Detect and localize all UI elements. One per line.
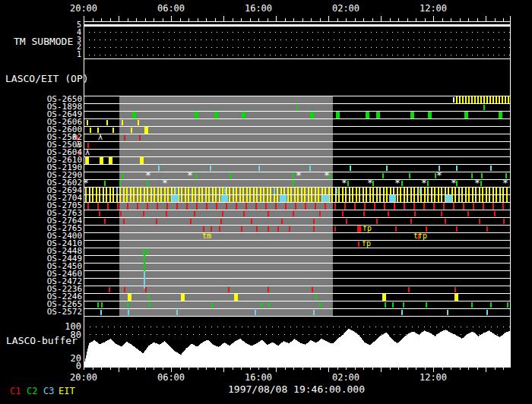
comb-mark (290, 188, 292, 194)
axis-right (510, 16, 511, 367)
comb-mark (246, 195, 248, 202)
asterisk-mark: * (474, 177, 480, 188)
bottom-hour-tick (93, 367, 93, 370)
comb-mark (137, 195, 138, 202)
comb-mark (410, 195, 412, 202)
comb-mark (208, 195, 210, 202)
tick-mark (296, 105, 298, 110)
bottom-hour-tick (451, 367, 451, 370)
row-separator-line (84, 278, 511, 279)
comb-mark (150, 188, 152, 194)
tick-mark (268, 226, 269, 232)
comb-mark (150, 195, 152, 202)
comb-mark (331, 195, 333, 202)
comb-mark (277, 195, 278, 202)
top-hour-tick (302, 18, 303, 21)
comb-mark (318, 188, 319, 194)
comb-mark (434, 188, 435, 194)
row-separator-line (84, 103, 511, 104)
comb-mark (482, 188, 483, 194)
tick-mark (251, 219, 252, 224)
comb-mark (160, 188, 162, 194)
comb-mark (304, 195, 306, 202)
comb-mark (140, 188, 141, 194)
tick-mark (494, 211, 496, 216)
comb-mark (147, 203, 148, 210)
tick-mark (346, 219, 347, 224)
tm-level-label: 5 (0, 21, 81, 29)
comb-mark (376, 195, 378, 202)
top-hour-tick (425, 18, 426, 21)
top-hour-tick (407, 18, 408, 21)
tick-mark (427, 181, 429, 186)
comb-mark (267, 195, 268, 202)
comb-mark (499, 195, 501, 202)
comb-mark (410, 188, 412, 194)
comb-mark (92, 188, 93, 194)
bottom-hour-tick (206, 367, 207, 370)
tick-mark (256, 226, 258, 232)
comb-mark (109, 195, 111, 202)
tick-mark (211, 226, 212, 232)
tick-mark (313, 310, 315, 315)
bottom-hour-tick (416, 367, 416, 370)
comb-mark (321, 188, 323, 194)
comb-mark (404, 195, 405, 202)
time-label-top: 16:00 (245, 4, 272, 13)
bottom-hour-tick (355, 367, 356, 370)
comb-mark (164, 188, 166, 194)
comb-mark (413, 203, 415, 210)
comb-mark (453, 203, 454, 210)
time-label-top: 02:00 (332, 4, 359, 13)
bottom-hour-tick (293, 367, 294, 370)
tick-mark (128, 310, 129, 315)
comb-mark (404, 203, 405, 210)
comb-mark (465, 188, 467, 194)
comb-mark (349, 188, 350, 194)
asterisk-mark: * (394, 177, 401, 188)
annotation-text: λ (85, 148, 90, 156)
comb-mark (216, 203, 217, 210)
comb-mark (206, 203, 207, 210)
tick-mark (358, 241, 359, 247)
comb-mark (311, 188, 312, 194)
comb-mark (249, 195, 251, 202)
comb-mark (318, 195, 319, 202)
comb-mark (154, 188, 155, 194)
tick-mark (347, 181, 349, 186)
long-vertical-mark (144, 271, 145, 289)
comb-mark (85, 195, 87, 202)
bottom-hour-tick (145, 367, 146, 370)
row-separator-line (84, 263, 511, 264)
tick-mark (119, 181, 121, 186)
top-hour-tick (198, 18, 198, 21)
top-hour-tick (486, 16, 486, 21)
comb-mark (468, 96, 470, 103)
comb-mark (338, 195, 340, 202)
tick-mark (480, 181, 482, 186)
comb-mark (496, 96, 497, 103)
tick-mark (122, 173, 123, 178)
comb-mark (463, 203, 464, 210)
comb-mark (506, 188, 508, 194)
comb-mark (198, 188, 200, 194)
comb-mark (103, 195, 104, 202)
comb-mark (99, 195, 100, 202)
comb-mark (195, 195, 196, 202)
tick-mark (116, 188, 118, 194)
comb-mark (164, 195, 166, 202)
comb-mark (109, 188, 111, 194)
comb-mark (219, 195, 220, 202)
comb-mark (352, 195, 353, 202)
comb-mark (366, 188, 367, 194)
legend-item-c1: C1 (10, 387, 21, 396)
comb-mark (413, 188, 415, 194)
comb-mark (249, 188, 251, 194)
block-mark (195, 112, 198, 118)
comb-mark (420, 195, 422, 202)
comb-mark (438, 195, 439, 202)
comb-mark (253, 195, 255, 202)
comb-mark (212, 195, 214, 202)
comb-mark (480, 96, 482, 103)
comb-mark (229, 195, 230, 202)
